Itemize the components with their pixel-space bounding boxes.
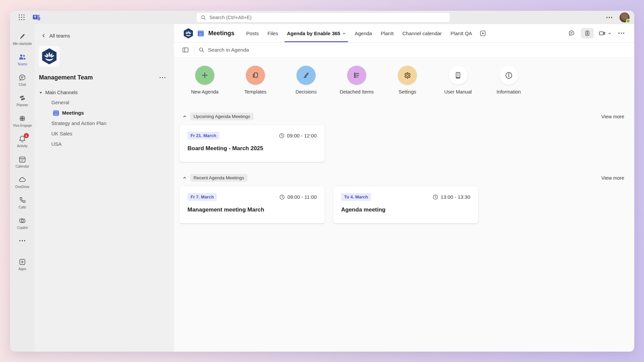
copilot-icon [18,217,26,225]
teams-logo-icon [32,13,41,22]
rail-item-label: Min startside [13,42,32,46]
meeting-card[interactable]: Tu 4. March 13:00 - 13:30 Agenda mee [333,186,478,223]
channel-header-actions [567,28,626,38]
rail-item-label: Chat [19,83,26,86]
add-tab-icon[interactable] [476,24,489,42]
tab-agenda-by-enable-365[interactable]: Agenda by Enable 365 [282,24,350,42]
chevron-down-icon [342,32,346,35]
rail-item-label: Copilot [17,226,28,230]
agenda-search [199,47,634,53]
settings-button[interactable]: Settings [382,66,433,95]
meeting-time: 13:00 - 13:30 [441,194,470,200]
plus-icon [195,66,214,85]
rail-item-label: Teams [17,62,27,66]
roster-icon[interactable] [581,28,593,38]
rail-item-teams[interactable]: Teams [10,49,35,70]
sidebar-channel-strategy[interactable]: Strategy and Action Plan [35,118,174,128]
rail-item-activity[interactable]: 1 Activity [10,131,35,152]
chevron-left-icon [41,33,46,38]
new-agenda-button[interactable]: New Agenda [179,66,230,95]
team-logo-icon [183,28,194,39]
recent-cards: Fr 7. March 09:00 - 11:00 Management [179,186,624,223]
meeting-title: Management meeting March [187,206,317,213]
topbar-more-icon[interactable] [604,15,614,20]
rail-item-label: Apps [18,267,26,271]
rail-item-label: Calls [18,205,26,209]
channel-group-main[interactable]: Main Channels [35,88,174,97]
sidebar-channel-general[interactable]: General [35,97,174,108]
date-badge: Fr 21. March [187,132,219,139]
meet-now-button[interactable] [598,29,611,37]
rail-item-onedrive[interactable]: OneDrive [10,172,35,192]
rail-item-calendar[interactable]: Calendar [10,152,35,172]
view-more-link[interactable]: View more [601,175,624,181]
teams-people-icon [18,53,26,61]
view-more-link[interactable]: View more [601,114,624,119]
divider [194,46,195,54]
info-icon [499,66,518,85]
rail-item-startside[interactable]: Min startside [10,29,35,49]
tab-agenda[interactable]: Agenda [350,24,376,42]
toggle-panel-icon[interactable] [181,45,190,55]
agenda-search-input[interactable] [208,47,634,53]
channel-conversation-icon[interactable] [567,28,576,38]
apps-add-icon [18,258,26,266]
rail-item-chat[interactable]: Chat [10,70,35,90]
agenda-toolbar [174,43,634,58]
app-launcher-icon[interactable] [17,13,26,22]
activity-badge: 1 [24,133,29,138]
rail-item-calls[interactable]: Calls [10,192,35,213]
meeting-card[interactable]: Fr 7. March 09:00 - 11:00 Management [179,186,325,223]
chevron-down-icon [608,32,611,35]
section-title: Recent Agenda Meetings [190,174,248,182]
tab-planit[interactable]: PlanIt [376,24,398,42]
channel-title-group: Meetings [183,28,234,39]
rail-item-copilot[interactable]: Copilot [10,213,35,233]
user-manual-button[interactable]: User Manual [433,66,483,95]
team-more-icon[interactable] [158,75,167,80]
tab-files[interactable]: Files [263,24,283,42]
caret-down-icon [39,91,43,95]
rail-item-viva-engage[interactable]: Viva Engage [10,111,35,131]
planner-icon [18,94,26,102]
channel-tree: Main Channels General Meetings Strategy … [35,88,174,149]
user-avatar[interactable]: ✓ [620,12,630,22]
channel-label: Meetings [62,110,84,116]
global-search-input[interactable] [209,15,446,20]
tab-posts[interactable]: Posts [242,24,263,42]
all-teams-back[interactable]: All teams [35,33,174,39]
templates-button[interactable]: Templates [230,66,281,95]
bulleted-list-icon [347,66,366,85]
pen-signature-icon [297,66,316,85]
desktop-background: { "topbar": { "search_placeholder": "Sea… [0,0,644,362]
section-title: Upcoming Agenda Meetings [190,113,254,120]
phone-icon [18,196,26,204]
decisions-button[interactable]: Decisions [281,66,331,95]
topbar-right-cluster: ✓ [604,11,630,24]
channel-label: UK Sales [51,131,72,136]
rail-item-apps[interactable]: Apps [10,254,35,275]
channel-label: General [51,100,69,105]
channel-more-icon[interactable] [616,31,626,36]
rail-item-planner[interactable]: Planner [10,90,35,111]
detached-items-button[interactable]: Detached Items [331,66,382,95]
teams-app-window: ✓ Min startside [10,11,634,352]
channel-tabs: Posts Files Agenda by Enable 365 [242,24,489,42]
meeting-time: 09:00 - 12:00 [287,133,317,138]
chevron-up-icon[interactable] [181,175,187,181]
channel-header: Meetings Posts Files Agenda by Enable 36… [174,24,634,43]
meeting-card[interactable]: Fr 21. March 09:00 - 12:00 Board Mee [179,125,325,162]
team-name: Management Team [39,74,158,81]
tab-planit-qa[interactable]: PlanIt QA [446,24,476,42]
gear-icon [398,66,417,85]
tab-channel-calendar[interactable]: Channel calendar [398,24,446,42]
team-avatar[interactable] [39,46,60,67]
chevron-up-icon[interactable] [181,114,187,120]
sidebar-channel-meetings[interactable]: Meetings [35,108,174,118]
information-button[interactable]: Information [483,66,534,95]
app-rail: Min startside Teams [10,24,35,352]
sidebar-channel-uk-sales[interactable]: UK Sales [35,128,174,139]
rail-more-icon[interactable] [10,233,35,248]
channel-main: Meetings Posts Files Agenda by Enable 36… [174,24,634,352]
sidebar-channel-usa[interactable]: USA [35,139,174,149]
